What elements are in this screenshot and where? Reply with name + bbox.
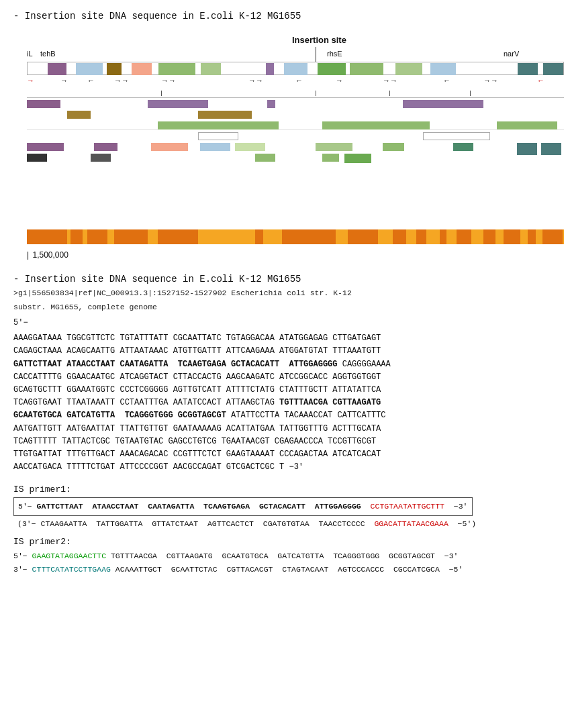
cov-row-5 bbox=[27, 132, 564, 141]
seq-line-3: GATTCTTAAT ATAACCTAAT CAATAGATTA TCAAGTG… bbox=[13, 358, 557, 371]
seq-line-10: TTGTGATTAT TTTGTTGACT AAACAGACAC CCGTTTC… bbox=[13, 448, 557, 461]
primer1-box: 5'− GATTCTTAAT ATAACCTAAT CAATAGATTA TCA… bbox=[13, 497, 473, 516]
cov-row-2 bbox=[27, 99, 564, 109]
seq-section-title: - Insertion site DNA sequence in E.coli … bbox=[13, 274, 557, 284]
primer1-section: IS primer1: 5'− GATTCTTAAT ATAACCTAAT CA… bbox=[13, 484, 557, 530]
gene-block-5 bbox=[158, 63, 195, 75]
page-header: - Insertion site DNA sequence in E.coli … bbox=[13, 11, 557, 21]
primer2-line1: 5'− GAAGTATAGGAACTTC TGTTTAACGA CGTTAAGA… bbox=[13, 550, 557, 563]
genome-viewer: Insertion site iL tehB rhsE narV bbox=[27, 35, 564, 263]
gene-track bbox=[27, 62, 564, 75]
seq-line-4: CACCATTTTG GGAACAATGC ATCAGGTACT CTTACCA… bbox=[13, 371, 557, 384]
seq-line-11: AACCATGACA TTTTTCTGAT ATTCCCCGGT AACGCCA… bbox=[13, 461, 557, 474]
gene-block-3 bbox=[107, 63, 122, 75]
primer1-complement: (3'− CTAAGAATTA TATTGGATTA GTTATCTAAT AG… bbox=[13, 517, 557, 531]
seq-line-2: CAGAGCTAAA ACAGCAATTG ATTAATAAAC ATGTTGA… bbox=[13, 345, 557, 358]
gene-label-tehB: tehB bbox=[40, 50, 56, 58]
seq-section: - Insertion site DNA sequence in E.coli … bbox=[13, 274, 557, 474]
gene-block-6 bbox=[201, 63, 221, 75]
gene-block-1 bbox=[48, 63, 66, 75]
seq-line-8: AATGATTGTT AATGAATTAT TTATTGTTGT GAATAAA… bbox=[13, 423, 557, 435]
coverage-tracks bbox=[27, 89, 564, 164]
primer2-title: IS primer2: bbox=[13, 537, 557, 547]
primer1-title: IS primer1: bbox=[13, 484, 557, 495]
gene-block-13 bbox=[518, 63, 538, 75]
seq-start: 5'− bbox=[13, 317, 557, 329]
seq-line-6: TCAGGTGAAT TTAATAAATT CCTAATTTGA AATATCC… bbox=[13, 397, 557, 409]
primer2-section: IS primer2: 5'− GAAGTATAGGAACTTC TGTTTAA… bbox=[13, 537, 557, 576]
orange-track bbox=[27, 229, 564, 244]
scale-bar: | 1,500,000 bbox=[27, 250, 68, 260]
primer2-line2: 3'− CTTTCATATCCTTGAAG ACAAATTGCT GCAATTC… bbox=[13, 563, 557, 576]
gene-block-9 bbox=[318, 63, 346, 75]
seq-line-5: GCAGTGCTTT GGAAATGGTC CCCTCGGGGG AGTTGTC… bbox=[13, 384, 557, 397]
arrow-track: → → ← →→ →→ →→ ← → →→ ← →→ ← bbox=[27, 76, 564, 86]
seq-line-9: TCAGTTTTT TATTACTCGC TGTAATGTAC GAGCCTGT… bbox=[13, 435, 557, 448]
gene-block-12 bbox=[430, 63, 456, 75]
gene-block-2 bbox=[76, 63, 103, 75]
gene-label-rhsE: rhsE bbox=[327, 50, 342, 58]
insertion-site-label: Insertion site bbox=[292, 35, 346, 45]
gene-label-iL: iL bbox=[27, 50, 33, 58]
gene-block-4 bbox=[132, 63, 152, 75]
seq-ref-line1: >gi|556503834|ref|NC_000913.3|:1527152-1… bbox=[13, 289, 557, 297]
gene-block-11 bbox=[395, 63, 422, 75]
seq-body: 5'− AAAGGATAAA TGGCGTTCTC TGTATTTATT CGC… bbox=[13, 317, 557, 474]
gene-block-7 bbox=[266, 63, 274, 75]
gene-label-narV: narV bbox=[504, 50, 519, 58]
cov-row-4 bbox=[27, 121, 564, 130]
cov-row-6 bbox=[27, 142, 564, 152]
seq-line-7: GCAATGTGCA GATCATGTTA TCAGGGTGGG GCGGTAG… bbox=[13, 409, 557, 422]
section-title-1: - Insertion site DNA sequence in E.coli … bbox=[13, 11, 557, 21]
seq-ref-line2: substr. MG1655, complete genome bbox=[13, 303, 557, 311]
cov-row-7 bbox=[27, 153, 564, 162]
gene-block-8 bbox=[284, 63, 307, 75]
gene-block-10 bbox=[350, 63, 383, 75]
seq-line-1: AAAGGATAAA TGGCGTTCTC TGTATTTATT CGCAATT… bbox=[13, 332, 557, 345]
cov-row-3 bbox=[27, 110, 564, 119]
cov-row-ticks bbox=[27, 89, 564, 98]
gene-block-14 bbox=[543, 63, 563, 75]
